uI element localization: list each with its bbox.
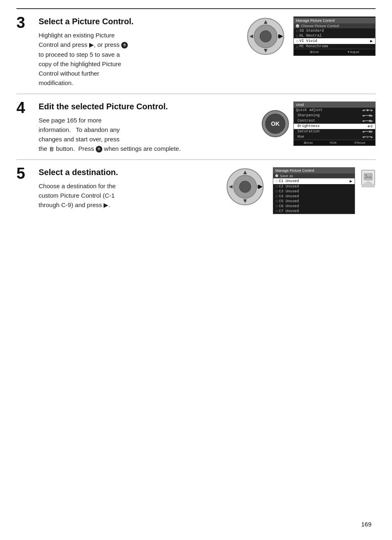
svg-point-2 bbox=[260, 30, 272, 42]
step5-title: Select a destination. bbox=[39, 167, 226, 177]
step3-grid-label: ⊞Grid bbox=[310, 50, 319, 54]
page-container: 3 Select a Picture Control. Highlight an… bbox=[0, 0, 392, 540]
page-number: 169 bbox=[361, 521, 371, 528]
step3-row-sd: □SD Standard bbox=[294, 28, 375, 33]
step3-screen-footer: ⊞Grid ✦Adjust bbox=[294, 49, 375, 55]
step5-row-c5: □C5 Unused bbox=[273, 199, 355, 204]
step4-screen-header: Vivid bbox=[294, 102, 375, 108]
step4-number: 4 bbox=[16, 100, 36, 115]
step5-content: Select a destination. Choose a destinati… bbox=[36, 167, 226, 210]
step4-row-brightness: Brightness⊕① bbox=[294, 124, 375, 129]
step3-dial-icon bbox=[246, 17, 285, 56]
step5-screen-header: Manage Picture Control bbox=[273, 168, 355, 173]
step4-row-hue: Hue◀━⊕━▶ bbox=[294, 134, 375, 140]
step5-row-c7: □C7 Unused bbox=[273, 209, 355, 214]
step3-images: Manage Picture Control Choose Picture Co… bbox=[246, 16, 376, 56]
step4-section: 4 Edit the selected Picture Control. See… bbox=[16, 94, 376, 159]
step4-ok-button-icon: OK bbox=[261, 110, 289, 138]
step4-row-contrast: Contrast◀━━■▶ bbox=[294, 118, 375, 124]
step3-adjust-label: ✦Adjust bbox=[347, 50, 359, 54]
step4-title: Edit the selected Picture Control. bbox=[39, 102, 261, 111]
step5-number: 5 bbox=[16, 166, 36, 181]
step5-row-c4: □C4 Unused bbox=[273, 194, 355, 199]
step3-row-mc: □MC Monochrome bbox=[294, 44, 375, 49]
step4-body: See page 165 for more information. To ab… bbox=[39, 115, 211, 154]
step3-section: 3 Select a Picture Control. Highlight an… bbox=[16, 9, 376, 94]
bookmark-icon bbox=[361, 169, 376, 187]
step4-grid-label: ⊞Grid bbox=[304, 141, 313, 145]
step3-content: Select a Picture Control. Highlight an e… bbox=[36, 16, 246, 88]
step4-screen-footer: ⊞Grid ®OK ↺Reset bbox=[294, 140, 375, 145]
step5-dial-icon bbox=[226, 167, 265, 206]
step3-title: Select a Picture Control. bbox=[39, 16, 246, 26]
step4-images: OK Vivid Quick adjust◀━■━▶ Sharpening◀━━… bbox=[261, 102, 376, 146]
svg-point-23 bbox=[365, 174, 367, 176]
step4-row-sharp: Sharpening◀━━■▶ bbox=[294, 113, 375, 118]
step5-images: Manage Picture Control Save as □C1 Unuse… bbox=[226, 167, 376, 214]
step5-row-c2: □C2 Unused bbox=[273, 184, 355, 189]
step5-body: Choose a destination for the custom Pict… bbox=[39, 181, 211, 210]
step5-row-c3: □C3 Unused bbox=[273, 189, 355, 194]
step3-screen: Manage Picture Control Choose Picture Co… bbox=[293, 16, 376, 56]
step3-body: Highlight an existing Picture Control an… bbox=[39, 30, 211, 88]
step3-row-vi: □VI Vivid ▶ bbox=[294, 38, 375, 44]
step4-reset-label: ↺Reset bbox=[354, 141, 365, 145]
step3-screen-header: Manage Picture Control bbox=[294, 18, 375, 23]
step5-row-c6: □C6 Unused bbox=[273, 204, 355, 209]
step5-section: 5 Select a destination. Choose a destina… bbox=[16, 160, 376, 220]
step5-screen: Manage Picture Control Save as □C1 Unuse… bbox=[273, 167, 355, 214]
step3-number: 3 bbox=[16, 15, 36, 30]
svg-point-13 bbox=[240, 181, 251, 192]
step5-subheader: Save as bbox=[273, 173, 355, 178]
step4-content: Edit the selected Picture Control. See p… bbox=[36, 102, 261, 154]
step3-row-nl: □NL Neutral bbox=[294, 33, 375, 38]
svg-text:OK: OK bbox=[271, 120, 280, 127]
step4-row-saturation: Saturation◀━━■▶ bbox=[294, 129, 375, 134]
step4-screen: Vivid Quick adjust◀━■━▶ Sharpening◀━━■▶ … bbox=[293, 102, 376, 146]
step5-row-c1: □C1 Unused ▶ bbox=[273, 178, 355, 184]
step3-subheader: Choose Picture Control bbox=[294, 23, 375, 28]
step4-ok-label: ®OK bbox=[330, 141, 337, 145]
step4-row-quick: Quick adjust◀━■━▶ bbox=[294, 108, 375, 113]
